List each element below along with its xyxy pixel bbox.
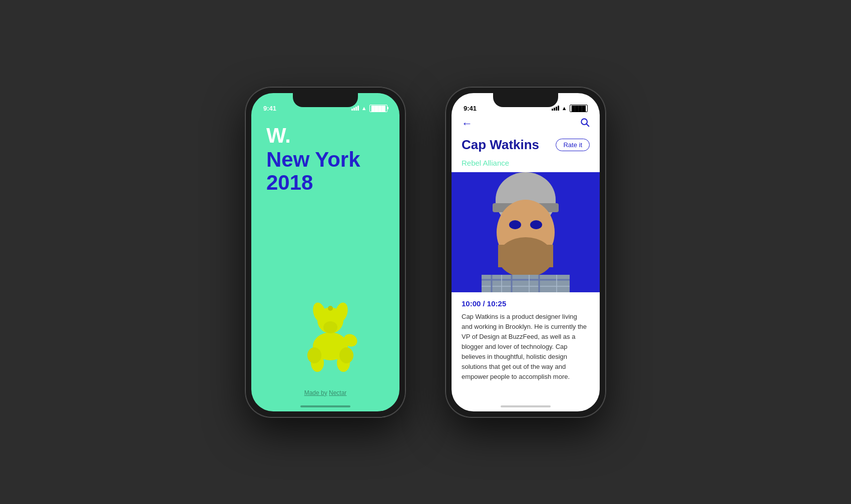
notch-2 (493, 93, 558, 107)
speaker-photo (452, 172, 600, 292)
detail-screen: 9:41 ▲ ████ ← (452, 93, 600, 411)
svg-point-21 (530, 220, 542, 229)
notch (293, 93, 358, 107)
status-icons-2: ▲ ████ (552, 105, 588, 112)
signal-icon-1 (351, 106, 359, 111)
wifi-icon-2: ▲ (562, 105, 567, 111)
made-by-text: Made by Nectar (251, 389, 399, 396)
svg-point-2 (323, 321, 337, 333)
status-icons-1: ▲ ████ (351, 105, 387, 112)
phone-1: 9:41 ▲ ████ W. (245, 87, 405, 417)
speaker-bio: Cap Watkins is a product designer living… (452, 312, 600, 382)
splash-content: W. New York 2018 (251, 115, 399, 411)
svg-point-20 (509, 220, 521, 229)
nav-header: ← (452, 115, 600, 135)
status-time-1: 9:41 (263, 105, 276, 112)
battery-icon-2: ████ (570, 105, 588, 112)
speaker-info: Cap Watkins Rate it (452, 135, 600, 159)
home-indicator-2 (501, 405, 551, 407)
wifi-icon-1: ▲ (361, 105, 367, 111)
event-city: New York (266, 148, 384, 171)
event-year: 2018 (266, 171, 384, 194)
speaker-company: Rebel Alliance (452, 159, 600, 172)
app-logo: W. (266, 125, 384, 146)
signal-icon-2 (552, 106, 559, 111)
svg-point-7 (307, 347, 321, 363)
balloon-dog-illustration (280, 281, 370, 371)
svg-point-10 (328, 306, 333, 311)
speaker-name: Cap Watkins (462, 137, 539, 153)
status-time-2: 9:41 (464, 105, 477, 112)
speaker-time: 10:00 / 10:25 (452, 292, 600, 312)
home-indicator-1 (300, 405, 350, 407)
rate-button[interactable]: Rate it (556, 139, 590, 151)
battery-icon-1: ████ (369, 105, 387, 112)
svg-line-12 (587, 124, 589, 127)
search-button[interactable] (580, 117, 590, 130)
svg-point-8 (339, 347, 353, 363)
splash-screen: 9:41 ▲ ████ W. (251, 93, 399, 411)
svg-rect-19 (498, 245, 553, 267)
phone-2: 9:41 ▲ ████ ← (446, 87, 606, 417)
back-button[interactable]: ← (462, 117, 473, 130)
